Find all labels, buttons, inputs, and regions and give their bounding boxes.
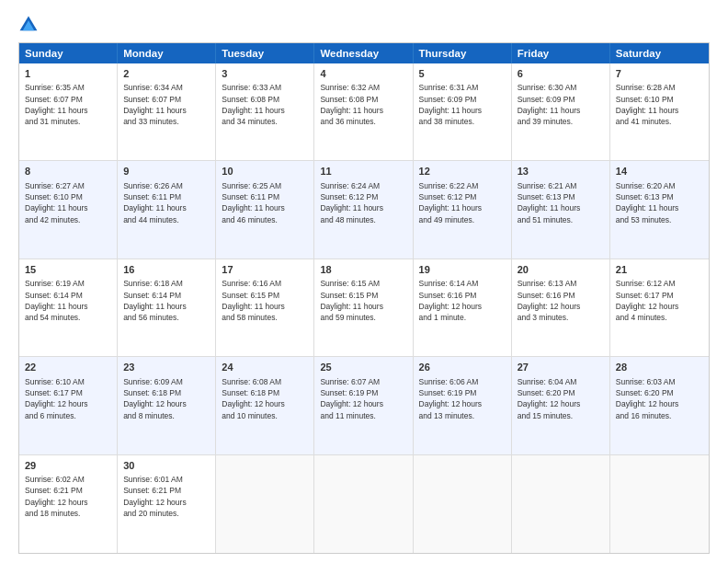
calendar-row-2: 8Sunrise: 6:27 AM Sunset: 6:10 PM Daylig… [19,161,709,259]
day-number: 25 [320,361,406,374]
calendar-cell: 14Sunrise: 6:20 AM Sunset: 6:13 PM Dayli… [610,161,709,258]
calendar-cell: 3Sunrise: 6:33 AM Sunset: 6:08 PM Daylig… [216,63,314,160]
header-cell-friday: Friday [512,43,610,63]
cell-text: Sunrise: 6:12 AM Sunset: 6:17 PM Dayligh… [616,278,703,323]
calendar-cell: 11Sunrise: 6:24 AM Sunset: 6:12 PM Dayli… [314,161,413,258]
logo [18,15,40,35]
calendar-cell [414,455,512,553]
header-cell-thursday: Thursday [414,43,512,63]
calendar-cell: 5Sunrise: 6:31 AM Sunset: 6:09 PM Daylig… [414,63,512,160]
day-number: 24 [222,361,308,374]
day-number: 23 [123,361,210,374]
header-cell-saturday: Saturday [610,43,709,63]
cell-text: Sunrise: 6:16 AM Sunset: 6:15 PM Dayligh… [222,278,308,323]
day-number: 21 [616,263,703,277]
calendar-cell: 22Sunrise: 6:10 AM Sunset: 6:17 PM Dayli… [19,357,118,454]
calendar-cell [512,455,610,553]
calendar-cell: 2Sunrise: 6:34 AM Sunset: 6:07 PM Daylig… [118,63,216,160]
logo-icon [18,15,39,35]
cell-text: Sunrise: 6:09 AM Sunset: 6:18 PM Dayligh… [123,376,210,421]
day-number: 11 [320,165,406,178]
calendar-cell: 17Sunrise: 6:16 AM Sunset: 6:15 PM Dayli… [216,259,314,356]
cell-text: Sunrise: 6:18 AM Sunset: 6:14 PM Dayligh… [123,278,210,323]
calendar-cell: 6Sunrise: 6:30 AM Sunset: 6:09 PM Daylig… [512,63,610,160]
calendar-row-5: 29Sunrise: 6:02 AM Sunset: 6:21 PM Dayli… [19,455,709,553]
calendar-cell: 25Sunrise: 6:07 AM Sunset: 6:19 PM Dayli… [314,357,413,454]
calendar-cell: 28Sunrise: 6:03 AM Sunset: 6:20 PM Dayli… [610,357,709,454]
header-cell-tuesday: Tuesday [216,43,314,63]
day-number: 3 [222,67,308,81]
cell-text: Sunrise: 6:20 AM Sunset: 6:13 PM Dayligh… [616,180,703,225]
day-number: 15 [25,263,111,277]
day-number: 20 [518,263,604,277]
day-number: 28 [616,361,703,374]
day-number: 6 [518,67,604,81]
calendar-cell: 15Sunrise: 6:19 AM Sunset: 6:14 PM Dayli… [19,259,118,356]
cell-text: Sunrise: 6:06 AM Sunset: 6:19 PM Dayligh… [419,376,506,421]
day-number: 22 [25,361,111,374]
cell-text: Sunrise: 6:34 AM Sunset: 6:07 PM Dayligh… [123,82,210,127]
cell-text: Sunrise: 6:35 AM Sunset: 6:07 PM Dayligh… [25,82,111,127]
calendar-cell: 23Sunrise: 6:09 AM Sunset: 6:18 PM Dayli… [118,357,216,454]
calendar-cell: 24Sunrise: 6:08 AM Sunset: 6:18 PM Dayli… [216,357,314,454]
cell-text: Sunrise: 6:07 AM Sunset: 6:19 PM Dayligh… [320,376,406,421]
cell-text: Sunrise: 6:21 AM Sunset: 6:13 PM Dayligh… [518,180,604,225]
cell-text: Sunrise: 6:15 AM Sunset: 6:15 PM Dayligh… [320,278,406,323]
calendar-body: 1Sunrise: 6:35 AM Sunset: 6:07 PM Daylig… [19,63,709,553]
header [18,15,710,35]
cell-text: Sunrise: 6:27 AM Sunset: 6:10 PM Dayligh… [25,180,111,225]
calendar-cell: 7Sunrise: 6:28 AM Sunset: 6:10 PM Daylig… [610,63,709,160]
calendar-cell [314,455,413,553]
cell-text: Sunrise: 6:31 AM Sunset: 6:09 PM Dayligh… [419,82,506,127]
calendar-cell: 27Sunrise: 6:04 AM Sunset: 6:20 PM Dayli… [512,357,610,454]
day-number: 9 [123,165,210,178]
day-number: 2 [123,67,210,81]
calendar-cell: 29Sunrise: 6:02 AM Sunset: 6:21 PM Dayli… [19,455,118,553]
cell-text: Sunrise: 6:01 AM Sunset: 6:21 PM Dayligh… [123,474,210,519]
cell-text: Sunrise: 6:19 AM Sunset: 6:14 PM Dayligh… [25,278,111,323]
cell-text: Sunrise: 6:10 AM Sunset: 6:17 PM Dayligh… [25,376,111,421]
calendar-cell: 30Sunrise: 6:01 AM Sunset: 6:21 PM Dayli… [118,455,216,553]
day-number: 10 [222,165,308,178]
cell-text: Sunrise: 6:03 AM Sunset: 6:20 PM Dayligh… [616,376,703,421]
day-number: 5 [419,67,506,81]
cell-text: Sunrise: 6:30 AM Sunset: 6:09 PM Dayligh… [518,82,604,127]
calendar-cell: 21Sunrise: 6:12 AM Sunset: 6:17 PM Dayli… [610,259,709,356]
calendar-cell: 10Sunrise: 6:25 AM Sunset: 6:11 PM Dayli… [216,161,314,258]
cell-text: Sunrise: 6:32 AM Sunset: 6:08 PM Dayligh… [320,82,406,127]
day-number: 27 [518,361,604,374]
day-number: 12 [419,165,506,178]
cell-text: Sunrise: 6:14 AM Sunset: 6:16 PM Dayligh… [419,278,506,323]
cell-text: Sunrise: 6:04 AM Sunset: 6:20 PM Dayligh… [518,376,604,421]
day-number: 29 [25,459,111,473]
day-number: 30 [123,459,210,473]
day-number: 17 [222,263,308,277]
cell-text: Sunrise: 6:26 AM Sunset: 6:11 PM Dayligh… [123,180,210,225]
calendar-row-3: 15Sunrise: 6:19 AM Sunset: 6:14 PM Dayli… [19,259,709,357]
calendar-cell: 8Sunrise: 6:27 AM Sunset: 6:10 PM Daylig… [19,161,118,258]
calendar-cell: 20Sunrise: 6:13 AM Sunset: 6:16 PM Dayli… [512,259,610,356]
calendar: SundayMondayTuesdayWednesdayThursdayFrid… [18,42,710,554]
calendar-cell [610,455,709,553]
day-number: 18 [320,263,406,277]
day-number: 14 [616,165,703,178]
calendar-header: SundayMondayTuesdayWednesdayThursdayFrid… [19,43,709,63]
page: SundayMondayTuesdayWednesdayThursdayFrid… [0,0,728,563]
cell-text: Sunrise: 6:28 AM Sunset: 6:10 PM Dayligh… [616,82,703,127]
cell-text: Sunrise: 6:13 AM Sunset: 6:16 PM Dayligh… [518,278,604,323]
calendar-cell: 4Sunrise: 6:32 AM Sunset: 6:08 PM Daylig… [314,63,413,160]
cell-text: Sunrise: 6:22 AM Sunset: 6:12 PM Dayligh… [419,180,506,225]
cell-text: Sunrise: 6:08 AM Sunset: 6:18 PM Dayligh… [222,376,308,421]
day-number: 19 [419,263,506,277]
calendar-row-1: 1Sunrise: 6:35 AM Sunset: 6:07 PM Daylig… [19,63,709,161]
cell-text: Sunrise: 6:33 AM Sunset: 6:08 PM Dayligh… [222,82,308,127]
day-number: 7 [616,67,703,81]
header-cell-monday: Monday [118,43,216,63]
calendar-row-4: 22Sunrise: 6:10 AM Sunset: 6:17 PM Dayli… [19,357,709,454]
header-cell-sunday: Sunday [19,43,118,63]
calendar-cell: 13Sunrise: 6:21 AM Sunset: 6:13 PM Dayli… [512,161,610,258]
calendar-cell: 26Sunrise: 6:06 AM Sunset: 6:19 PM Dayli… [414,357,512,454]
cell-text: Sunrise: 6:02 AM Sunset: 6:21 PM Dayligh… [25,474,111,519]
day-number: 26 [419,361,506,374]
calendar-cell: 16Sunrise: 6:18 AM Sunset: 6:14 PM Dayli… [118,259,216,356]
